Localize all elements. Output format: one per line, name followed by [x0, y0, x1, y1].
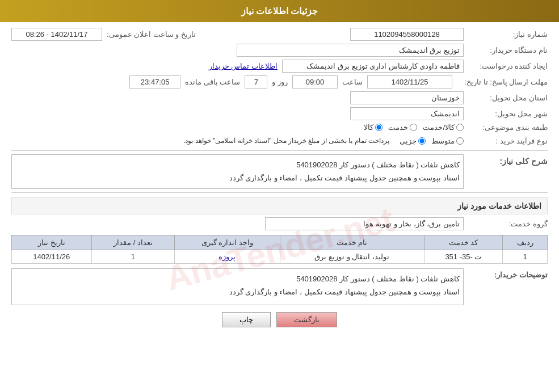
- button-row: بازگشت چاپ: [11, 312, 548, 327]
- label-tarikh-elan: تاریخ و ساعت اعلان عمومی:: [107, 30, 196, 39]
- radio-motevaset[interactable]: متوسط: [431, 137, 464, 145]
- radio-khedmat[interactable]: خدمت: [388, 123, 417, 132]
- sharh-line2: اسناد بپوست و همچنین جدول پیشنهاد قیمت ت…: [15, 171, 460, 184]
- th-radif: ردیف: [503, 235, 548, 250]
- th-name: نام خدمت: [280, 235, 424, 250]
- value-group: تامین برق، گاز، بخار و تهویه هوا: [265, 217, 464, 230]
- divider-1: [11, 150, 548, 151]
- print-button[interactable]: چاپ: [222, 312, 271, 327]
- radio-kala-khedmat[interactable]: کالا/خدمت: [423, 123, 464, 132]
- content-area: شماره نیاز: 1102094558000128 تاریخ و ساع…: [0, 22, 559, 339]
- value-baqi: 23:47:05: [129, 75, 180, 88]
- label-sharh: شرح کلی نیاز:: [468, 154, 548, 166]
- page-wrapper: جزئیات اطلاعات نیاز شماره نیاز: 11020945…: [0, 0, 559, 392]
- page-title: جزئیات اطلاعات نیاز: [241, 6, 318, 16]
- label-shomara: شماره نیاز:: [468, 30, 548, 39]
- th-vahed: واحد اندازه گیری: [175, 235, 280, 250]
- label-noe: نوع فرآیند خرید :: [468, 137, 548, 145]
- tabaqe-radio-group: کالا/خدمت خدمت کالا: [364, 123, 464, 132]
- row-creator: ایجاد کننده درخواست: فاطمه داودی کارشناس…: [11, 60, 548, 73]
- radio-jozee[interactable]: جزیی: [400, 137, 426, 145]
- value-tarikh-date: 1402/11/25: [367, 75, 452, 88]
- label-shahr: شهر محل تحویل:: [468, 109, 548, 118]
- table-container: AnaTender.net ردیف کد خدمت نام خدمت واحد…: [11, 235, 548, 264]
- purchase-note: پرداخت تمام یا بخشی از مبلغ خریداز محل "…: [183, 137, 389, 145]
- value-ostan: خوزستان: [350, 91, 464, 104]
- value-shomara: 1102094558000128: [350, 28, 464, 41]
- label-tozihat: توضیحات خریدار:: [468, 268, 548, 279]
- row-shomara: شماره نیاز: 1102094558000128 تاریخ و ساع…: [11, 28, 548, 41]
- label-saat: ساعت: [342, 78, 363, 86]
- th-kod: کد خدمت: [424, 235, 503, 250]
- khadamat-section-header: اطلاعات خدمات مورد نیاز: [11, 197, 548, 214]
- khadamat-table: ردیف کد خدمت نام خدمت واحد اندازه گیری ت…: [11, 235, 548, 264]
- label-ostan: استان محل تحویل:: [468, 94, 548, 102]
- radio-kala[interactable]: کالا: [364, 123, 383, 132]
- row-group-khadamat: گروه خدمت: تامین برق، گاز، بخار و تهویه …: [11, 217, 548, 230]
- row-tarikh: مهلت ارسال پاسخ: تا تاریخ: 1402/11/25 سا…: [11, 75, 548, 88]
- tozihat-text-box: کاهش تلفات ( نقاط مختلف ) دستور کار 5401…: [11, 268, 464, 305]
- row-nam-dastgah: نام دستگاه خریدار: توزیع برق اندیمشک: [11, 44, 548, 57]
- value-nam-dastgah: توزیع برق اندیمشک: [237, 44, 464, 57]
- th-tarikh: تاریخ نیاز: [12, 235, 92, 250]
- row-tabaqe: طبقه بندی موضوعی: کالا/خدمت خدمت کالا: [11, 123, 548, 132]
- label-group: گروه خدمت:: [468, 220, 548, 228]
- page-header: جزئیات اطلاعات نیاز: [0, 0, 559, 22]
- noe-radio-group: متوسط جزیی: [400, 137, 464, 145]
- table-row: 1ت -35- 351تولید، انتقال و توزیع برقپروژ…: [12, 250, 548, 263]
- value-rooz: 7: [245, 75, 267, 88]
- th-tedad: تعداد / مقدار: [91, 235, 175, 250]
- row-tozihat: توضیحات خریدار: کاهش تلفات ( نقاط مختلف …: [11, 268, 548, 305]
- label-tabaqe: طبقه بندی موضوعی:: [468, 123, 548, 132]
- label-creator: ایجاد کننده درخواست:: [468, 62, 548, 70]
- creator-link[interactable]: اطلاعات تماس خریدار: [209, 62, 278, 70]
- tozihat-line1: کاهش تلفات ( نقاط مختلف ) دستور کار 5401…: [15, 272, 460, 285]
- sharh-text-box: کاهش تلفات ( نقاط مختلف ) دستور کار 5401…: [11, 154, 464, 189]
- row-ostan: استان محل تحویل: خوزستان: [11, 91, 548, 104]
- row-sharh: شرح کلی نیاز: کاهش تلفات ( نقاط مختلف ) …: [11, 154, 548, 189]
- value-tarikh-elan: 1402/11/17 - 08:26: [11, 28, 102, 41]
- row-shahr: شهر محل تحویل: اندیمشک: [11, 107, 548, 120]
- label-nam-dastgah: نام دستگاه خریدار:: [468, 46, 548, 54]
- label-tarikh: مهلت ارسال پاسخ: تا تاریخ:: [457, 78, 548, 86]
- tozihat-line2: اسناد بپوست و همچنین جدول پیشنهاد قیمت ت…: [15, 285, 460, 298]
- value-shahr: اندیمشک: [350, 107, 464, 120]
- row-noe-farayand: نوع فرآیند خرید : متوسط جزیی پرداخت تمام…: [11, 134, 548, 147]
- divider-2: [11, 192, 548, 193]
- label-rooz: روز و: [272, 78, 288, 86]
- sharh-line1: کاهش تلفات ( نقاط مختلف ) دستور کار 5401…: [15, 158, 460, 171]
- back-button[interactable]: بازگشت: [276, 312, 337, 327]
- value-creator: فاطمه داودی کارشناس اداری توزیع برق اندی…: [282, 60, 464, 73]
- value-saat: 09:00: [292, 75, 338, 88]
- label-baqi: ساعت باقی مانده: [185, 78, 240, 86]
